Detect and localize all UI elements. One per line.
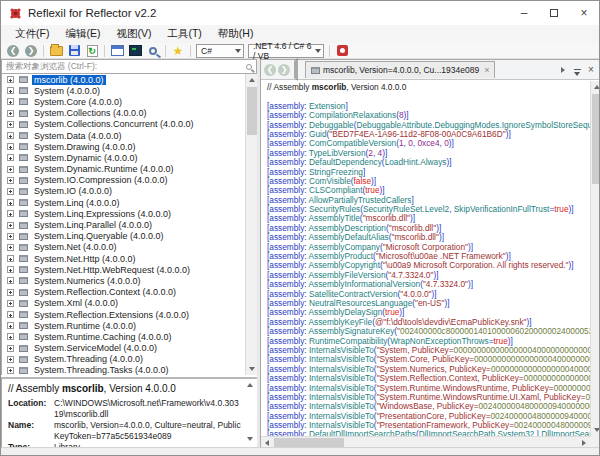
disassembler-button[interactable] [127, 44, 143, 58]
tree-item-label: System.Reflection.Context (4.0.0.0) [32, 287, 178, 297]
scroll-up-icon[interactable] [244, 379, 256, 391]
tree-item[interactable]: System.Linq.Parallel (4.0.0.0) [2, 219, 245, 230]
scrollbar-thumb[interactable] [592, 94, 600, 184]
tree-scrollbar[interactable] [245, 74, 257, 375]
menu-item[interactable]: 视图(V) [108, 25, 159, 43]
maximize-button[interactable] [539, 1, 569, 25]
refresh-button[interactable]: ↻ [84, 44, 100, 58]
framework-select[interactable]: .NET 4.6 / C# 6 / VB [248, 44, 324, 58]
expand-icon[interactable] [7, 266, 14, 273]
expand-icon[interactable] [7, 244, 14, 251]
tree-item[interactable]: System.Core (4.0.0.0) [2, 96, 245, 107]
tree-item[interactable]: System.Dynamic (4.0.0.0) [2, 152, 245, 163]
assembly-browser-button[interactable] [109, 44, 125, 58]
expand-icon[interactable] [7, 110, 14, 117]
tab-list-icon[interactable] [570, 63, 584, 77]
tree-item[interactable]: System.Net.Http.WebRequest (4.0.0.0) [2, 264, 245, 275]
tree-item-label: System.Linq (4.0.0.0) [32, 198, 122, 208]
language-select[interactable]: C# [196, 44, 244, 58]
expand-icon[interactable] [7, 121, 14, 128]
scroll-up-icon[interactable] [591, 81, 600, 93]
info-scrollbar[interactable] [244, 379, 256, 445]
tree-item[interactable]: System.Numerics (4.0.0.0) [2, 275, 245, 286]
tab-close-icon[interactable]: × [484, 65, 489, 75]
tree-item[interactable]: System.Threading (4.0.0.0) [2, 354, 245, 365]
close-button[interactable]: × [569, 1, 599, 25]
expand-icon[interactable] [7, 166, 14, 173]
tree-item[interactable]: System.Reflection.Context (4.0.0.0) [2, 287, 245, 298]
tree-item[interactable]: System.Runtime (4.0.0.0) [2, 320, 245, 331]
open-button[interactable] [48, 44, 64, 58]
toolbar-separator [165, 45, 166, 57]
tree-item[interactable]: System.Reflection.Extensions (4.0.0.0) [2, 309, 245, 320]
favorites-button[interactable]: ★ [170, 44, 186, 58]
minimize-button[interactable]: – [509, 1, 539, 25]
forward-button[interactable]: ❯ [23, 44, 39, 58]
expand-icon[interactable] [7, 277, 14, 284]
assembly-icon [19, 300, 28, 307]
history-back-icon[interactable]: ❮ [264, 64, 276, 76]
tree-item-label: System.Net (4.0.0.0) [32, 242, 119, 252]
expand-icon[interactable] [7, 76, 14, 83]
reflexil-button[interactable] [334, 44, 350, 58]
back-button[interactable]: ❮ [5, 44, 21, 58]
tree-item[interactable]: mscorlib (4.0.0.0) [2, 74, 245, 85]
expand-icon[interactable] [7, 177, 14, 184]
expand-icon[interactable] [7, 222, 14, 229]
scroll-tabs-left-icon[interactable] [294, 61, 298, 79]
assembly-icon [19, 188, 28, 195]
scrollbar-thumb[interactable] [247, 87, 257, 135]
expand-icon[interactable] [7, 333, 14, 340]
tree-item[interactable]: System.Runtime.Caching (4.0.0.0) [2, 331, 245, 342]
tree-item[interactable]: System.Collections (4.0.0.0) [2, 108, 245, 119]
tree-item[interactable]: System.Dynamic.Runtime (4.0.0.0) [2, 164, 245, 175]
expand-icon[interactable] [7, 98, 14, 105]
expand-icon[interactable] [7, 188, 14, 195]
scroll-down-icon[interactable] [244, 433, 256, 445]
document-tab[interactable]: mscorlib, Version=4.0.0.0, Cu...1934e089… [305, 61, 495, 78]
tree-item[interactable]: System.Linq.Queryable (4.0.0.0) [2, 231, 245, 242]
close-document-icon[interactable]: × [584, 63, 598, 77]
scroll-down-icon[interactable] [591, 424, 600, 436]
scroll-tabs-right-icon[interactable] [556, 63, 570, 77]
assembly-icon [19, 199, 28, 206]
menu-item[interactable]: 编辑(E) [57, 25, 108, 43]
save-button[interactable] [66, 44, 82, 58]
history-forward-icon[interactable]: ❯ [278, 64, 290, 76]
expand-icon[interactable] [7, 322, 14, 329]
menu-item[interactable]: 工具(T) [159, 25, 209, 43]
expand-icon[interactable] [7, 345, 14, 352]
tree-item[interactable]: System.Collections.Concurrent (4.0.0.0) [2, 119, 245, 130]
search-button[interactable] [145, 44, 161, 58]
menu-item[interactable]: 文件(F) [7, 25, 57, 43]
tree-item[interactable]: System.Linq.Expressions (4.0.0.0) [2, 208, 245, 219]
expand-icon[interactable] [7, 233, 14, 240]
chevron-down-icon [235, 49, 241, 53]
expand-icon[interactable] [7, 210, 14, 217]
assembly-icon [311, 67, 320, 74]
code-vertical-scrollbar[interactable] [590, 81, 600, 436]
expand-icon[interactable] [7, 300, 14, 307]
tree-item[interactable]: System.ServiceModel (4.0.0.0) [2, 343, 245, 354]
tree-item[interactable]: System.Xml (4.0.0.0) [2, 298, 245, 309]
tree-item[interactable]: System (4.0.0.0) [2, 85, 245, 96]
expand-icon[interactable] [7, 289, 14, 296]
expand-icon[interactable] [7, 154, 14, 161]
expand-icon[interactable] [7, 356, 14, 363]
expand-icon[interactable] [7, 367, 14, 374]
tree-item[interactable]: System.Linq (4.0.0.0) [2, 197, 245, 208]
tree-item[interactable]: System.Net (4.0.0.0) [2, 242, 245, 253]
tree-item[interactable]: System.Data (4.0.0.0) [2, 130, 245, 141]
assembly-search-box[interactable]: 搜索对象浏览器 (Ctrl-F): [1, 59, 257, 74]
expand-icon[interactable] [7, 143, 14, 150]
expand-icon[interactable] [7, 255, 14, 262]
tree-item[interactable]: System.Net.Http (4.0.0.0) [2, 253, 245, 264]
tree-item[interactable]: System.IO (4.0.0.0) [2, 186, 245, 197]
tree-item[interactable]: System.Threading.Tasks (4.0.0.0) [2, 365, 245, 375]
tree-item[interactable]: System.Drawing (4.0.0.0) [2, 141, 245, 152]
tree-item[interactable]: System.IO.Compression (4.0.0.0) [2, 175, 245, 186]
expand-icon[interactable] [7, 199, 14, 206]
expand-icon[interactable] [7, 87, 14, 94]
expand-icon[interactable] [7, 311, 14, 318]
expand-icon[interactable] [7, 132, 14, 139]
